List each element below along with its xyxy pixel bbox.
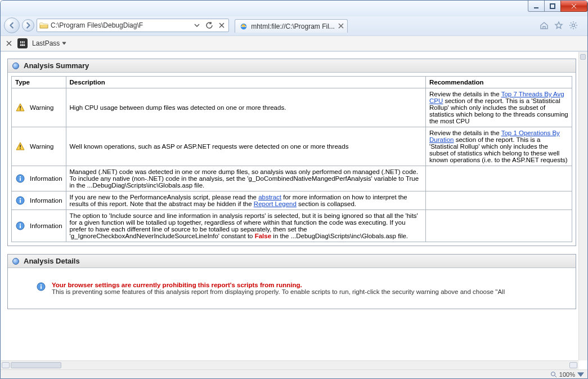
- section-title: Analysis Summary: [24, 61, 89, 70]
- svg-marker-18: [62, 42, 66, 44]
- svg-rect-1: [550, 4, 555, 8]
- browser-tab[interactable]: mhtml:file://C:\Program Fil...: [235, 19, 348, 33]
- svg-rect-15: [20, 41, 21, 43]
- tab-close-button[interactable]: [337, 22, 345, 30]
- svg-point-14: [24, 44, 25, 46]
- link-abstract[interactable]: abstract: [258, 194, 281, 200]
- col-type: Type: [12, 77, 66, 88]
- svg-rect-25: [20, 176, 21, 177]
- row-rec: [426, 191, 572, 210]
- row-desc: Well known operations, such as ASP or AS…: [66, 127, 425, 166]
- info-icon: [15, 173, 25, 184]
- row-desc: High CPU usage between dump files was de…: [66, 88, 425, 127]
- section-bullet-icon: [12, 258, 19, 265]
- svg-marker-37: [578, 373, 583, 376]
- svg-rect-31: [20, 224, 21, 225]
- extension-menu[interactable]: LastPass: [32, 39, 66, 47]
- table-row: Warning Well known operations, such as A…: [12, 127, 572, 166]
- ie-icon: [240, 23, 248, 30]
- warning-icon: [15, 141, 25, 151]
- back-button[interactable]: [4, 17, 20, 33]
- row-type: Information: [30, 222, 62, 229]
- horizontal-scrollbar[interactable]: [1, 360, 578, 369]
- summary-table: Type Description Recommendation Warning …: [11, 76, 572, 242]
- col-desc: Description: [66, 77, 425, 88]
- svg-rect-17: [24, 41, 25, 43]
- svg-rect-24: [20, 178, 21, 181]
- status-bar: 100%: [1, 369, 587, 378]
- svg-rect-20: [20, 109, 21, 110]
- svg-rect-16: [22, 41, 23, 43]
- section-analysis-summary: Analysis Summary Type Description Recomm…: [7, 59, 576, 246]
- svg-line-36: [555, 376, 556, 377]
- refresh-button[interactable]: [205, 21, 214, 30]
- svg-rect-21: [20, 145, 21, 148]
- stop-button[interactable]: [217, 21, 226, 30]
- row-type: Warning: [30, 104, 53, 111]
- address-box: [37, 19, 229, 32]
- section-analysis-details: Analysis Details Your browser settings a…: [7, 254, 576, 309]
- svg-rect-22: [20, 148, 21, 149]
- dropdown-icon[interactable]: [192, 21, 201, 30]
- favorites-icon[interactable]: [554, 20, 564, 30]
- section-title: Analysis Details: [24, 257, 80, 265]
- address-input[interactable]: [51, 20, 190, 31]
- svg-rect-27: [20, 200, 21, 203]
- extension-name: LastPass: [32, 39, 60, 47]
- svg-rect-19: [20, 106, 21, 109]
- table-row: Information The option to 'Include sourc…: [12, 210, 572, 242]
- minimize-button[interactable]: [528, 1, 545, 12]
- section-bullet-icon: [12, 63, 19, 69]
- maximize-button[interactable]: [544, 1, 561, 12]
- close-button[interactable]: [560, 1, 587, 12]
- row-desc: If you are new to the PerformanceAnalysi…: [66, 191, 425, 210]
- document-body[interactable]: Analysis Summary Type Description Recomm…: [1, 52, 578, 360]
- browser-window: mhtml:file://C:\Program Fil... LastPass …: [0, 0, 588, 379]
- svg-rect-30: [20, 225, 21, 228]
- row-type: Information: [30, 175, 62, 182]
- svg-point-35: [551, 372, 555, 376]
- tab-strip: mhtml:file://C:\Program Fil...: [235, 18, 348, 33]
- nav-bar: mhtml:file://C:\Program Fil...: [1, 16, 587, 35]
- home-icon[interactable]: [539, 20, 549, 30]
- tab-label: mhtml:file://C:\Program Fil...: [251, 23, 335, 30]
- svg-point-12: [20, 44, 22, 46]
- vertical-scrollbar[interactable]: [578, 52, 587, 360]
- extension-bar: LastPass: [1, 35, 587, 51]
- extension-bar-close[interactable]: [5, 39, 13, 47]
- col-rec: Recommendation: [426, 77, 572, 88]
- lastpass-icon: [17, 38, 28, 48]
- row-rec: [426, 210, 572, 242]
- info-icon: [36, 282, 46, 292]
- row-rec: Review the details in the Top 7 Threads …: [426, 88, 572, 127]
- details-error-line: Your browser settings are currently proh…: [52, 282, 505, 288]
- row-type: Information: [30, 197, 62, 204]
- table-row: Information If you are new to the Perfor…: [12, 191, 572, 210]
- settings-icon[interactable]: [568, 20, 578, 30]
- window-titlebar: [1, 1, 587, 16]
- row-rec: [426, 166, 572, 191]
- table-header: Type Description Recommendation: [12, 77, 572, 88]
- content-viewport: Analysis Summary Type Description Recomm…: [1, 51, 587, 378]
- zoom-icon: [550, 371, 557, 378]
- table-row: Information Managed (.NET) code was dete…: [12, 166, 572, 191]
- svg-point-13: [22, 44, 24, 46]
- zoom-level: 100%: [559, 371, 575, 378]
- row-desc: Managed (.NET) code was detected in one …: [66, 166, 425, 191]
- forward-button[interactable]: [22, 19, 34, 32]
- table-row: Warning High CPU usage between dump file…: [12, 88, 572, 127]
- zoom-dropdown-icon[interactable]: [577, 371, 584, 378]
- link-report-legend[interactable]: Report Legend: [254, 200, 297, 207]
- svg-rect-28: [20, 198, 21, 199]
- row-type: Warning: [30, 143, 53, 150]
- svg-rect-33: [41, 286, 42, 289]
- row-rec: Review the details in the Top 1 Operatio…: [426, 127, 572, 166]
- details-info-line: This is preventing some features of this…: [52, 288, 505, 295]
- warning-icon: [15, 102, 25, 113]
- svg-point-9: [572, 24, 575, 27]
- info-icon: [15, 221, 25, 231]
- info-icon: [15, 195, 25, 206]
- folder-icon: [39, 21, 48, 30]
- svg-rect-34: [41, 284, 42, 286]
- row-desc: The option to 'Include source and line i…: [66, 210, 425, 242]
